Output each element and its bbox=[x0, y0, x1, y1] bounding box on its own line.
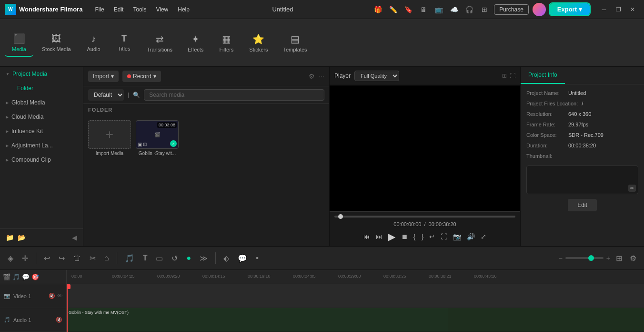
sidebar-folder-item[interactable]: Folder bbox=[13, 83, 83, 93]
pip-button[interactable]: ▪ bbox=[253, 252, 262, 264]
apps-icon[interactable]: ⊞ bbox=[479, 4, 490, 15]
zoom-slider[interactable] bbox=[565, 257, 604, 259]
zoom-in-icon[interactable]: + bbox=[606, 254, 610, 262]
redo-button[interactable]: ↪ bbox=[56, 252, 68, 265]
expand-button[interactable]: ⤢ bbox=[481, 233, 486, 240]
mask-button[interactable]: ▭ bbox=[153, 252, 166, 265]
audio-sync-button[interactable]: ⬖ bbox=[221, 252, 232, 265]
filter-icon[interactable]: ⚙ bbox=[309, 73, 315, 80]
more-tools-button[interactable]: ≫ bbox=[197, 252, 211, 265]
settings-icon[interactable]: ⚙ bbox=[627, 252, 639, 265]
snapshot-button[interactable]: 📷 bbox=[453, 233, 461, 240]
volume-button[interactable]: 🔊 bbox=[467, 233, 475, 240]
tab-titles[interactable]: T Titles bbox=[110, 30, 139, 55]
close-button[interactable]: ✕ bbox=[626, 3, 639, 16]
player-progress-slider[interactable] bbox=[334, 216, 515, 218]
tab-transitions[interactable]: ⇄ Transitions bbox=[141, 30, 179, 56]
collapse-icon[interactable]: ◀ bbox=[72, 234, 77, 241]
sidebar-item-project-media[interactable]: ▼ Project Media bbox=[0, 67, 83, 81]
split-view-icon[interactable]: ⊞ bbox=[502, 73, 507, 79]
list-item[interactable]: + Import Media bbox=[88, 120, 131, 241]
grid-icon[interactable]: ⊞ bbox=[613, 252, 625, 265]
timeline-header-left: 🎬 🎵 💬 🎯 bbox=[0, 270, 66, 284]
new-folder-icon[interactable]: 📁 bbox=[6, 234, 14, 241]
tab-project-info[interactable]: Project Info bbox=[521, 67, 565, 84]
add-audio-track-icon[interactable]: 🎵 bbox=[12, 273, 20, 280]
audio-mute-icon[interactable]: 🔇 bbox=[56, 317, 62, 323]
quality-select[interactable]: Full Quality bbox=[354, 71, 399, 81]
tab-templates[interactable]: ▤ Templates bbox=[276, 30, 313, 56]
tab-media[interactable]: ⬛ Media bbox=[5, 29, 33, 57]
export-button[interactable]: Export ▾ bbox=[550, 3, 590, 15]
add-video-track-icon[interactable]: 🎬 bbox=[3, 273, 10, 280]
menu-tools[interactable]: Tools bbox=[129, 4, 150, 15]
headphone-icon[interactable]: 🎧 bbox=[463, 4, 475, 15]
video-mute-icon[interactable]: 🔇 bbox=[49, 293, 55, 299]
insert-button[interactable]: ↵ bbox=[429, 233, 435, 240]
delete-button[interactable]: 🗑 bbox=[70, 252, 84, 264]
bookmark-icon[interactable]: 🔖 bbox=[402, 4, 414, 15]
add-subtitle-track-icon[interactable]: 💬 bbox=[22, 273, 30, 280]
audio-detach-button[interactable]: 🎵 bbox=[122, 252, 137, 265]
mark-out-button[interactable]: } bbox=[422, 233, 424, 240]
video-track[interactable] bbox=[67, 284, 644, 308]
tab-stock-media[interactable]: 🖼 Stock Media bbox=[35, 30, 78, 56]
monitor-icon[interactable]: 🖥 bbox=[418, 4, 429, 15]
tab-audio[interactable]: ♪ Audio bbox=[80, 30, 108, 56]
step-back-button[interactable]: ⏭ bbox=[376, 233, 382, 240]
search-input[interactable] bbox=[144, 89, 324, 101]
thumbnail-edit-icon[interactable]: ✏ bbox=[628, 185, 636, 192]
info-row-resolution: Resolution: 640 x 360 bbox=[526, 111, 638, 117]
import-button[interactable]: Import ▾ bbox=[88, 71, 119, 82]
speed-button[interactable]: ↺ bbox=[169, 252, 181, 265]
menu-edit[interactable]: Edit bbox=[110, 4, 128, 15]
mark-in-button[interactable]: { bbox=[413, 233, 416, 240]
undo-button[interactable]: ↩ bbox=[41, 252, 53, 265]
record-button[interactable]: Record ▾ bbox=[122, 71, 161, 82]
sidebar-item-adjustment[interactable]: ▶ Adjustment La... bbox=[0, 138, 83, 153]
text-button[interactable]: T bbox=[140, 252, 151, 264]
dual-screen-button[interactable]: ⛶ bbox=[441, 233, 447, 240]
maximize-button[interactable]: ❐ bbox=[612, 3, 625, 16]
player-timeline bbox=[334, 216, 515, 218]
subtitle-button[interactable]: 💬 bbox=[235, 252, 250, 265]
gift-icon[interactable]: 🎁 bbox=[372, 4, 383, 15]
tab-filters[interactable]: ▦ Filters bbox=[212, 30, 241, 56]
fullscreen-icon[interactable]: ⛶ bbox=[510, 73, 515, 79]
monitor2-icon[interactable]: 📺 bbox=[433, 4, 444, 15]
edit-button[interactable]: Edit bbox=[568, 199, 597, 211]
list-item[interactable]: 🎬 00:03:08 ▣ ⊡ ✓ Goblin -Stay wit... bbox=[136, 120, 179, 241]
add-track-button[interactable]: 🎯 bbox=[31, 273, 39, 280]
magnetic-button[interactable]: ✛ bbox=[19, 252, 31, 265]
cloud-icon[interactable]: ☁️ bbox=[448, 4, 460, 15]
sidebar-item-global-media[interactable]: ▶ Global Media bbox=[0, 95, 83, 110]
cut-button[interactable]: ✂ bbox=[87, 252, 99, 265]
more-icon[interactable]: ··· bbox=[319, 73, 324, 80]
folder-icon[interactable]: 📂 bbox=[18, 234, 26, 241]
zoom-out-icon[interactable]: − bbox=[559, 254, 563, 262]
menu-view[interactable]: View bbox=[152, 4, 172, 15]
media-sort-select[interactable]: Default bbox=[88, 89, 124, 101]
slider-thumb[interactable] bbox=[338, 214, 343, 219]
crop-button[interactable]: ⌂ bbox=[101, 252, 112, 264]
sidebar-item-compound-clip[interactable]: ▶ Compound Clip bbox=[0, 153, 83, 167]
avatar[interactable] bbox=[533, 3, 546, 16]
menu-help[interactable]: Help bbox=[174, 4, 193, 15]
play-button[interactable]: ▶ bbox=[388, 231, 395, 242]
purchase-button[interactable]: Purchase bbox=[494, 4, 529, 15]
sidebar-item-cloud-media[interactable]: ▶ Cloud Media bbox=[0, 110, 83, 124]
tab-stickers[interactable]: ⭐ Stickers bbox=[242, 30, 274, 56]
stop-button[interactable]: ⏹ bbox=[401, 233, 408, 240]
zoom-thumb[interactable] bbox=[588, 255, 594, 261]
minimize-button[interactable]: ─ bbox=[597, 3, 611, 16]
menu-file[interactable]: File bbox=[91, 4, 108, 15]
scene-detect-button[interactable]: ◈ bbox=[5, 252, 16, 265]
sidebar-item-influence-kit[interactable]: ▶ Influence Kit bbox=[0, 124, 83, 138]
rewind-button[interactable]: ⏮ bbox=[363, 233, 370, 240]
video-eye-icon[interactable]: 👁 bbox=[57, 293, 62, 299]
play-toggle-button[interactable]: ● bbox=[183, 252, 194, 264]
playhead[interactable] bbox=[67, 284, 68, 332]
audio-track[interactable]: // Generate waveform bars for(let i=0; i… bbox=[67, 308, 644, 332]
pen-icon[interactable]: ✏️ bbox=[387, 4, 399, 15]
tab-effects[interactable]: ✦ Effects bbox=[181, 30, 210, 56]
